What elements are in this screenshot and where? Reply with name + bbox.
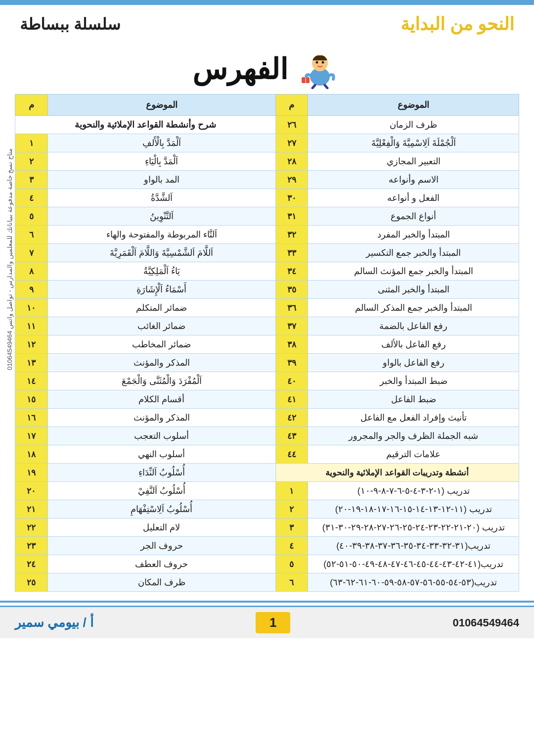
activities-cell: أنشطة وتدريبات القواعد الإملائية والنحوي…	[275, 464, 519, 482]
table-row: علامات الترقيم٤٤أسلوب النهي١٨	[15, 445, 519, 464]
subject-cell-left: ظرف الزمان	[308, 116, 519, 134]
num-cell-right: ١٥	[15, 390, 48, 409]
subject-cell-left: ضبط الفاعل	[308, 390, 519, 409]
table-row: تدريب (١١-١٢-١٣-١٤-١٥-١٦-١٧-١٨-١٩-٢٠)٢أُ…	[15, 500, 519, 519]
subject-cell-left: المبتدأ والخبر جمع المؤنث السالم	[308, 262, 519, 281]
num-cell-left: ٣٩	[275, 354, 308, 372]
footer-divider	[0, 601, 534, 603]
num-cell-right: ١	[15, 134, 48, 152]
subject-cell-right: يَاءُ اَلْمَلِكِيَّةُ	[47, 262, 275, 281]
num-cell-left: ٣٦	[275, 299, 308, 317]
table-row: المبتدأ والخبر المفرد٣٢اَلتَّاء المربوطة…	[15, 226, 519, 244]
num-cell-right: ١٤	[15, 372, 48, 390]
num-cell-left: ٢٦	[275, 116, 308, 134]
num-cell-right: ٢١	[15, 500, 48, 519]
col-header-subject2: الموضوع	[47, 94, 275, 116]
subject-cell-right: اَلتَّنْوِينُ	[47, 207, 275, 226]
table-row: تدريب(٥٣-٥٤-٥٥-٥٦-٥٧-٥٨-٥٩-٦٠-٦١-٦٢-٦٣)٦…	[15, 573, 519, 592]
num-cell-left: ٤١	[275, 390, 308, 409]
cartoon-icon	[298, 49, 342, 89]
svg-point-2	[315, 61, 318, 64]
page-footer: 01064549464 1 أ / بيومي سمير	[0, 606, 534, 638]
num-cell-right: ٨	[15, 262, 48, 281]
subject-cell-left: تدريب (١١-١٢-١٣-١٤-١٥-١٦-١٧-١٨-١٩-٢٠)	[308, 500, 519, 519]
num-cell-right: ٢	[15, 152, 48, 171]
subject-cell-right: اَللَّامَ اَلشَّمْسِيَّةَ وَاللَّامَ اَل…	[47, 244, 275, 262]
table-row: تدريب(٤١-٤٢-٤٣-٤٤-٤٥-٤٦-٤٧-٤٨-٤٩-٥٠-٥١-٥…	[15, 555, 519, 573]
num-cell-left: ٣١	[275, 207, 308, 226]
num-cell-left: ٣٥	[275, 281, 308, 299]
subject-cell-left: تدريب (١-٢-٣-٤-٥-٦-٧-٨-٩-١٠)	[308, 482, 519, 500]
num-cell-right: ٢٣	[15, 537, 48, 555]
subject-cell-right: حروف العطف	[47, 555, 275, 573]
subject-cell-left: ضبط المبتدأ والخبر	[308, 372, 519, 390]
subject-cell-left: التعبير المجازي	[308, 152, 519, 171]
num-cell-right: ٥	[15, 207, 48, 226]
subject-cell-left: المبتدأ والخبر المثنى	[308, 281, 519, 299]
table-row: المبتدأ والخبر جمع المؤنث السالم٣٤يَاءُ …	[15, 262, 519, 281]
num-cell-right: ١٢	[15, 335, 48, 354]
num-cell-right: ٦	[15, 226, 48, 244]
subject-cell-right: ضمائر الغائب	[47, 317, 275, 335]
table-row: تدريب(٣١-٣٢-٣٣-٣٤-٣٥-٣٦-٣٧-٣٨-٣٩-٤٠)٤حرو…	[15, 537, 519, 555]
num-cell-left: ٤٤	[275, 445, 308, 464]
table-header-row: الموضوع م الموضوع م	[15, 94, 519, 116]
num-cell-right: ٩	[15, 281, 48, 299]
subject-cell-left: تأنيث وإفراد الفعل مع الفاعل	[308, 409, 519, 427]
num-cell-left: ٣٧	[275, 317, 308, 335]
footer-author: أ / بيومي سمير	[15, 615, 93, 630]
num-cell-left: ٥	[275, 555, 308, 573]
page-wrapper: متاح نسخ خاصة مدفوعة ببياناتك للمعلمين و…	[0, 0, 534, 756]
table-row: أنشطة وتدريبات القواعد الإملائية والنحوي…	[15, 464, 519, 482]
num-cell-right: ١٨	[15, 445, 48, 464]
subject-cell-left: تدريب(٥٣-٥٤-٥٥-٥٦-٥٧-٥٨-٥٩-٦٠-٦١-٦٢-٦٣)	[308, 573, 519, 592]
table-container: الموضوع م الموضوع م ظرف الزمان٢٦شرح وأنش…	[0, 92, 534, 597]
table-row: رفع الفاعل بالواو٣٩المذكر والمؤنث١٣	[15, 354, 519, 372]
subject-cell-right: أُسْلُوبُ اَلنَّفِيْ	[47, 482, 275, 500]
subject-cell-left: شبه الجملة الظرف والجر والمجرور	[308, 427, 519, 445]
table-body: ظرف الزمان٢٦شرح وأنشطة القواعد الإملائية…	[15, 116, 519, 592]
subject-cell-right: المذكر والمؤنث	[47, 409, 275, 427]
subject-cell-left: علامات الترقيم	[308, 445, 519, 464]
num-cell-right: ٣	[15, 171, 48, 189]
num-cell-left: ٤	[275, 537, 308, 555]
subject-cell-left: المبتدأ والخبر المفرد	[308, 226, 519, 244]
subject-cell-left: تدريب(٣١-٣٢-٣٣-٣٤-٣٥-٣٦-٣٧-٣٨-٣٩-٤٠)	[308, 537, 519, 555]
num-cell-left: ٢	[275, 500, 308, 519]
table-row: أنواع الجموع٣١اَلتَّنْوِينُ٥	[15, 207, 519, 226]
num-cell-right: ١٣	[15, 354, 48, 372]
subject-cell-right: حروف الجر	[47, 537, 275, 555]
title-section: الفهرس	[0, 40, 534, 92]
num-cell-right: ٢٤	[15, 555, 48, 573]
subject-cell-right: ظرف المكان	[47, 573, 275, 592]
col-header-subject1: الموضوع	[308, 94, 519, 116]
table-row: تدريب (٢٠-٢١-٢٢-٢٣-٢٤-٢٥-٢٦-٢٧-٢٨-٢٩-٣٠-…	[15, 519, 519, 537]
subject-cell-right: أسلوب النهي	[47, 445, 275, 464]
subject-cell-right: أسلوب التعجب	[47, 427, 275, 445]
subject-cell-right: شرح وأنشطة القواعد الإملائية والنحوية	[15, 116, 276, 134]
contents-table: الموضوع م الموضوع م ظرف الزمان٢٦شرح وأنش…	[15, 94, 519, 592]
table-row: شبه الجملة الظرف والجر والمجرور٤٣أسلوب ا…	[15, 427, 519, 445]
num-cell-left: ٢٩	[275, 171, 308, 189]
subject-cell-left: المبتدأ والخبر جمع المذكر السالم	[308, 299, 519, 317]
num-cell-left: ٣٠	[275, 189, 308, 207]
table-row: الاسم وأنواعه٢٩المد بالواو٣	[15, 171, 519, 189]
table-row: الفعل و أنواعه٣٠اَلشَّدَّةُ٤	[15, 189, 519, 207]
num-cell-right: ٢٠	[15, 482, 48, 500]
num-cell-right: ١٧	[15, 427, 48, 445]
subject-cell-right: اَلْمُفْرَدَ وَالْمُثَنَّى وَالْجَمْعَ	[47, 372, 275, 390]
num-cell: ١٩	[15, 464, 48, 482]
num-cell-left: ١	[275, 482, 308, 500]
subject-cell-left: رفع الفاعل بالواو	[308, 354, 519, 372]
svg-point-3	[321, 61, 324, 64]
table-row: ظرف الزمان٢٦شرح وأنشطة القواعد الإملائية…	[15, 116, 519, 134]
subject-cell-right: اَلْمَدَّ بِالْأَلفِ	[47, 134, 275, 152]
subject-cell-right: لام التعليل	[47, 519, 275, 537]
subject-cell-right: اَلتَّاء المربوطة والمفتوحة والهاء	[47, 226, 275, 244]
subject-cell-left: تدريب(٤١-٤٢-٤٣-٤٤-٤٥-٤٦-٤٧-٤٨-٤٩-٥٠-٥١-٥…	[308, 555, 519, 573]
subject-cell-right: ضمائر المخاطب	[47, 335, 275, 354]
top-bar	[0, 0, 534, 5]
col-header-num2: م	[15, 94, 48, 116]
table-row: اَلْجُمْلَةَ اَلِاسْمِيَّةَ وَالْفِعْلِي…	[15, 134, 519, 152]
subject-cell-right: المذكر والمؤنث	[47, 354, 275, 372]
